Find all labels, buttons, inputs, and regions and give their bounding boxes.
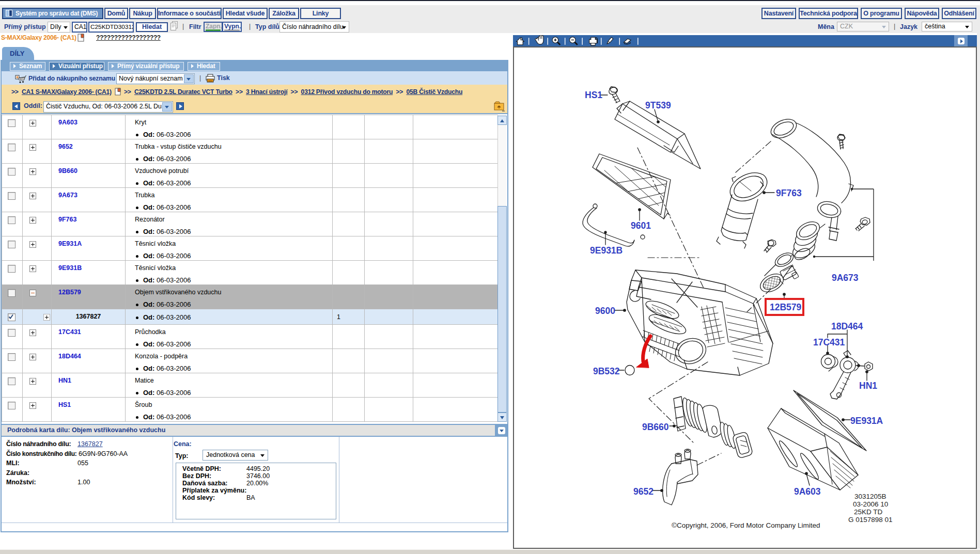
svg-text:17C431: 17C431	[813, 337, 845, 347]
svg-text:9B532: 9B532	[593, 366, 620, 376]
svg-text:12B579: 12B579	[770, 302, 802, 312]
svg-text:©Copyright, 2006, Ford Motor C: ©Copyright, 2006, Ford Motor Company Lim…	[672, 521, 820, 529]
svg-text:3031205B: 3031205B	[854, 493, 886, 500]
svg-text:9B660: 9B660	[642, 422, 669, 432]
svg-text:9F763: 9F763	[776, 188, 802, 198]
svg-text:18D464: 18D464	[831, 321, 863, 331]
svg-text:9T539: 9T539	[645, 100, 671, 110]
svg-text:9601: 9601	[631, 220, 651, 231]
svg-text:9E931B: 9E931B	[590, 245, 623, 256]
svg-text:9E931A: 9E931A	[850, 416, 883, 426]
svg-text:9A603: 9A603	[794, 486, 821, 497]
svg-text:9A673: 9A673	[832, 273, 859, 283]
svg-text:HS1: HS1	[585, 90, 602, 100]
svg-text:25KD TD: 25KD TD	[854, 508, 883, 516]
svg-text:03-2006 10: 03-2006 10	[853, 500, 888, 508]
svg-text:G 0157898 01: G 0157898 01	[848, 516, 893, 524]
svg-text:HN1: HN1	[859, 381, 877, 391]
svg-text:9652: 9652	[633, 486, 654, 497]
svg-text:9600: 9600	[595, 306, 615, 316]
